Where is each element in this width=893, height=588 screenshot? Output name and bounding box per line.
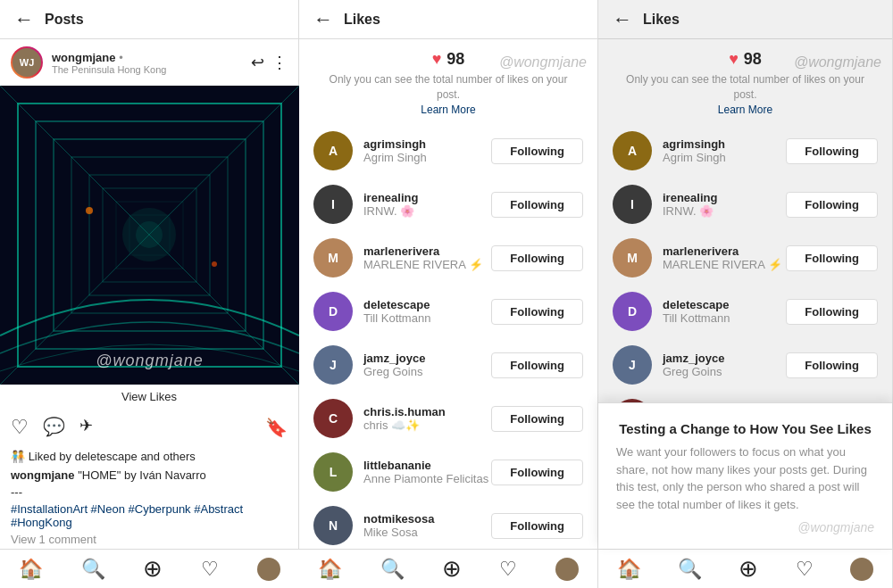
- like-display-name: chris ☁️✨: [363, 418, 446, 432]
- like-username-dark[interactable]: irenealing: [663, 191, 717, 204]
- following-button[interactable]: Following: [491, 138, 583, 164]
- comment-button[interactable]: 💬: [43, 416, 65, 439]
- nav-search[interactable]: 🔍: [81, 558, 105, 581]
- like-item-dark: I irenealing IRNW. 🌸 Following: [598, 178, 892, 231]
- like-username[interactable]: agrimsingh: [363, 137, 427, 151]
- like-username[interactable]: chris.is.human: [363, 405, 446, 418]
- like-avatar[interactable]: I: [313, 185, 353, 224]
- likes-dark-privacy-text: Only you can see the total number of lik…: [626, 73, 864, 101]
- likes-dark-nav-heart[interactable]: ♡: [796, 558, 814, 581]
- caption-username[interactable]: wongmjane: [11, 468, 75, 482]
- likes-nav-search[interactable]: 🔍: [380, 558, 405, 581]
- following-button[interactable]: Following: [491, 245, 583, 271]
- like-username[interactable]: littlebananie: [363, 459, 488, 472]
- nav-heart[interactable]: ♡: [201, 558, 219, 581]
- bookmark-button[interactable]: 🔖: [265, 417, 288, 438]
- like-username-dark[interactable]: agrimsingh: [663, 137, 726, 151]
- view-likes-link[interactable]: View Likes: [0, 385, 298, 409]
- back-button[interactable]: ←: [14, 8, 34, 31]
- like-username[interactable]: deletescape: [363, 298, 430, 311]
- post-tags[interactable]: #InstallationArt #Neon #Cyberpunk #Abstr…: [0, 501, 298, 531]
- like-item: N notmikesosa Mike Sosa Following: [299, 499, 597, 549]
- following-button-dark[interactable]: Following: [786, 245, 878, 271]
- likes-nav-profile[interactable]: [555, 558, 579, 581]
- likes-watermark: @wongmjane: [299, 54, 597, 70]
- more-button[interactable]: ⋮: [271, 53, 288, 72]
- view-comments[interactable]: View 1 comment: [0, 531, 298, 548]
- like-user-left: D deletescape Till Kottmann: [313, 292, 430, 331]
- likes-dark-nav-search[interactable]: 🔍: [678, 558, 702, 581]
- undo-button[interactable]: ↩: [251, 53, 264, 72]
- posts-header: ← Posts: [0, 0, 298, 39]
- likes-dark-nav-home[interactable]: 🏠: [617, 558, 641, 581]
- following-button-dark[interactable]: Following: [786, 138, 878, 164]
- like-avatar-dark[interactable]: I: [613, 185, 652, 224]
- likes-dark-learn-more[interactable]: Learn More: [718, 104, 772, 116]
- likes-title: Likes: [344, 12, 380, 28]
- like-item: D deletescape Till Kottmann Following: [299, 285, 597, 338]
- following-button[interactable]: Following: [491, 406, 583, 432]
- like-username-dark[interactable]: jamz_joyce: [663, 352, 724, 365]
- following-button[interactable]: Following: [491, 299, 583, 325]
- likes-nav-heart[interactable]: ♡: [499, 558, 517, 581]
- like-avatar[interactable]: C: [313, 399, 353, 438]
- following-button-dark[interactable]: Following: [786, 192, 878, 218]
- like-username[interactable]: marlenerivera: [363, 244, 483, 258]
- like-user-left: C chris.is.human chris ☁️✨: [313, 399, 446, 438]
- post-header-actions: ↩ ⋮: [251, 53, 288, 72]
- following-button[interactable]: Following: [491, 192, 583, 218]
- likes-dark-back-button[interactable]: ←: [613, 8, 632, 31]
- post-caption: wongmjane "HOME" by Iván Navarro: [0, 467, 298, 484]
- like-avatar[interactable]: A: [313, 131, 353, 170]
- like-avatar[interactable]: M: [313, 238, 353, 277]
- like-username[interactable]: irenealing: [363, 191, 418, 204]
- like-button[interactable]: ♡: [11, 416, 29, 439]
- like-display-name-dark: Till Kottmann: [663, 311, 730, 325]
- like-user-left-dark: I irenealing IRNW. 🌸: [613, 185, 717, 224]
- like-avatar-dark[interactable]: M: [613, 238, 652, 277]
- like-username-dark[interactable]: marlenerivera: [663, 244, 782, 258]
- like-avatar[interactable]: L: [313, 452, 353, 492]
- following-button[interactable]: Following: [491, 513, 583, 539]
- likes-dark-nav-profile[interactable]: [850, 558, 873, 581]
- nav-profile[interactable]: [257, 558, 280, 581]
- learn-more-link[interactable]: Learn More: [421, 104, 475, 116]
- following-button[interactable]: Following: [491, 352, 583, 378]
- nav-home[interactable]: 🏠: [19, 558, 43, 581]
- like-avatar[interactable]: D: [313, 292, 353, 331]
- liked-by-text: Liked by deletescape and others: [29, 450, 196, 463]
- likes-nav-add[interactable]: ⊕: [442, 555, 462, 583]
- likes-dark-title: Likes: [643, 12, 680, 28]
- like-avatar-dark[interactable]: A: [613, 131, 652, 170]
- likes-dark-nav-add[interactable]: ⊕: [739, 555, 758, 583]
- like-user-info-dark: jamz_joyce Greg Goins: [663, 352, 724, 378]
- username[interactable]: wongmjane •: [52, 51, 166, 64]
- like-display-name-dark: Greg Goins: [663, 365, 724, 378]
- following-button-dark[interactable]: Following: [786, 299, 878, 325]
- likes-back-button[interactable]: ←: [313, 8, 333, 31]
- tooltip-body: We want your followers to focus on what …: [616, 443, 874, 513]
- tooltip-watermark: @wongmjane: [616, 520, 874, 534]
- like-user-left: I irenealing IRNW. 🌸: [313, 185, 418, 224]
- nav-add[interactable]: ⊕: [143, 555, 163, 583]
- like-user-left-dark: D deletescape Till Kottmann: [613, 292, 730, 331]
- following-button-dark[interactable]: Following: [786, 352, 878, 378]
- like-avatar[interactable]: N: [313, 506, 353, 545]
- like-user-left: M marlenerivera MARLENE RIVERA ⚡: [313, 238, 483, 277]
- like-avatar-dark[interactable]: J: [613, 345, 652, 385]
- share-button[interactable]: ✈: [79, 416, 93, 439]
- like-username[interactable]: notmikesosa: [363, 512, 434, 526]
- like-user-info: chris.is.human chris ☁️✨: [363, 405, 446, 432]
- like-item-dark: A agrimsingh Agrim Singh Following: [598, 124, 892, 178]
- like-display-name: Mike Sosa: [363, 526, 434, 539]
- like-username-dark[interactable]: deletescape: [663, 298, 730, 311]
- like-avatar[interactable]: J: [313, 345, 353, 385]
- like-avatar-dark[interactable]: D: [613, 292, 652, 331]
- like-user-info: deletescape Till Kottmann: [363, 298, 430, 325]
- likes-nav-home[interactable]: 🏠: [318, 558, 342, 581]
- post-image: @wongmjane: [0, 86, 299, 385]
- avatar[interactable]: WJ: [11, 46, 43, 79]
- like-user-info: marlenerivera MARLENE RIVERA ⚡: [363, 244, 483, 271]
- like-username[interactable]: jamz_joyce: [363, 352, 425, 365]
- following-button[interactable]: Following: [491, 460, 583, 485]
